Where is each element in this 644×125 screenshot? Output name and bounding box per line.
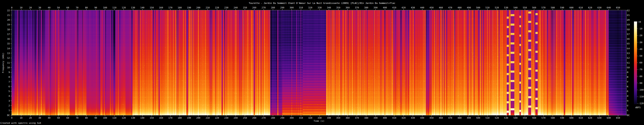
frequency-tick-label-left: 14 bbox=[1, 47, 10, 49]
time-tick-label-bottom: 220 bbox=[215, 117, 219, 119]
time-tick-label-top: 530 bbox=[504, 6, 508, 9]
time-tick-label-bottom: 250 bbox=[243, 117, 247, 119]
frequency-tick-label-left: 9 bbox=[1, 71, 10, 73]
frequency-tick-label-right: 9 bbox=[627, 71, 628, 73]
time-tick-label-bottom: 240 bbox=[234, 117, 238, 119]
time-tick-label-top: 90 bbox=[94, 6, 97, 9]
time-tick-label-bottom: 650 bbox=[616, 117, 620, 119]
time-tick-label-bottom: 560 bbox=[532, 117, 536, 119]
frequency-tick-label-left: 20 bbox=[1, 19, 10, 21]
time-tick-label-bottom: 570 bbox=[542, 117, 546, 119]
time-tick-label-top: 430 bbox=[411, 6, 415, 9]
time-tick-label-top: 630 bbox=[598, 6, 602, 9]
colorbar-tick bbox=[637, 22, 638, 22]
time-tick-label-bottom: 190 bbox=[187, 117, 191, 119]
time-tick-label-top: 420 bbox=[402, 6, 406, 9]
time-tick-label-top: 600 bbox=[570, 6, 574, 9]
time-tick-label-bottom: 500 bbox=[476, 117, 480, 119]
frequency-tick-label-right: 12 bbox=[627, 57, 630, 59]
time-tick-label-bottom: 590 bbox=[560, 117, 564, 119]
time-tick-label-top: 210 bbox=[206, 6, 210, 9]
time-tick-label-bottom: 180 bbox=[178, 117, 182, 119]
time-tick-label-bottom: 20 bbox=[29, 117, 32, 119]
time-tick-label-bottom: 470 bbox=[448, 117, 452, 119]
time-tick-label-top: 370 bbox=[355, 6, 359, 9]
time-tick-label-bottom: 640 bbox=[607, 117, 611, 119]
frequency-tick-label-right: 13 bbox=[627, 52, 630, 54]
frequency-tick-label-left: 15 bbox=[1, 43, 10, 45]
plot-frame bbox=[12, 10, 626, 115]
time-tick-label-top: 230 bbox=[224, 6, 228, 9]
time-tick-label-top: 320 bbox=[308, 6, 312, 9]
time-tick-label-top: 570 bbox=[542, 6, 546, 9]
colorbar-tick-label: -30 bbox=[638, 41, 642, 43]
time-tick-label-bottom: 430 bbox=[411, 117, 415, 119]
time-tick-label-top: 120 bbox=[122, 6, 126, 9]
time-tick-label-bottom: 120 bbox=[122, 117, 126, 119]
time-tick-label-bottom: 410 bbox=[392, 117, 396, 119]
time-tick-label-top: 450 bbox=[430, 6, 434, 9]
time-tick-label-top: 440 bbox=[420, 6, 424, 9]
time-tick-label-bottom: 350 bbox=[336, 117, 340, 119]
credit-text: Created with spectro using SoX bbox=[0, 122, 41, 125]
colorbar-tick bbox=[637, 63, 638, 63]
time-tick-label-bottom: 480 bbox=[458, 117, 462, 119]
time-tick-label-top: 160 bbox=[159, 6, 163, 9]
frequency-tick-label-right: 10 bbox=[627, 66, 630, 69]
time-tick-label-bottom: 170 bbox=[168, 117, 172, 119]
frequency-tick-label-left: 7 bbox=[1, 81, 10, 83]
frequency-tick-label-right: 4 bbox=[627, 95, 628, 97]
colorbar-gradient bbox=[634, 21, 637, 104]
time-tick-label-top: 550 bbox=[523, 6, 527, 9]
colorbar-tick-label: -80 bbox=[638, 75, 642, 77]
time-tick-label-bottom: 50 bbox=[57, 117, 60, 119]
time-tick-label-bottom: 580 bbox=[551, 117, 555, 119]
frequency-tick-label-right: 7 bbox=[627, 81, 628, 83]
time-tick-label-top: 100 bbox=[103, 6, 107, 9]
time-tick-label-top: 340 bbox=[327, 6, 331, 9]
time-tick-label-bottom: 70 bbox=[76, 117, 78, 119]
colorbar-tick-label: -60 bbox=[638, 62, 642, 64]
time-tick-label-bottom: 30 bbox=[38, 117, 41, 119]
frequency-tick-label-left: 2 bbox=[1, 104, 10, 107]
colorbar-tick bbox=[637, 76, 638, 76]
time-tick-label-top: 20 bbox=[29, 6, 32, 9]
time-tick-label-top: 140 bbox=[140, 6, 144, 9]
time-tick-label-top: 620 bbox=[588, 6, 592, 9]
colorbar-tick bbox=[637, 56, 638, 56]
time-tick-label-bottom: 210 bbox=[206, 117, 210, 119]
time-tick-label-bottom: 160 bbox=[159, 117, 163, 119]
time-tick-label-bottom: 290 bbox=[280, 117, 284, 119]
time-tick-label-top: 540 bbox=[514, 6, 518, 9]
time-axis-title: Time (s) bbox=[12, 120, 626, 122]
frequency-tick-label-left: 6 bbox=[1, 85, 10, 88]
spectrogram-image bbox=[12, 10, 626, 115]
time-tick-label-top: 580 bbox=[551, 6, 555, 9]
time-tick-label-top: 300 bbox=[290, 6, 294, 9]
frequency-tick-label-left: 1 bbox=[1, 109, 10, 112]
time-tick-label-bottom: 130 bbox=[131, 117, 135, 119]
time-tick-label-top: 110 bbox=[112, 6, 116, 9]
time-tick-label-bottom: 390 bbox=[374, 117, 378, 119]
colorbar-tick-label: -100 bbox=[638, 89, 644, 91]
time-tick-label-bottom: 360 bbox=[346, 117, 350, 119]
frequency-tick-label-left: 11 bbox=[1, 62, 10, 64]
time-tick-label-bottom: 610 bbox=[579, 117, 583, 119]
time-tick-label-bottom: 420 bbox=[402, 117, 406, 119]
time-tick-label-top: 130 bbox=[131, 6, 135, 9]
time-tick-label-top: 480 bbox=[458, 6, 462, 9]
time-tick-label-top: 80 bbox=[85, 6, 88, 9]
time-tick-label-top: 410 bbox=[392, 6, 396, 9]
frequency-tick-label-right: 1 bbox=[627, 109, 628, 112]
time-tick-label-top: 470 bbox=[448, 6, 452, 9]
frequency-tick-label-right: 21 bbox=[627, 14, 630, 16]
time-tick-label-bottom: 380 bbox=[364, 117, 368, 119]
frequency-tick-label-right: 5 bbox=[627, 90, 628, 93]
frequency-tick-label-right: 3 bbox=[627, 100, 628, 102]
time-tick-label-bottom: 330 bbox=[318, 117, 322, 119]
colorbar-tick bbox=[637, 83, 638, 83]
frequency-tick-label-right: 19 bbox=[627, 23, 630, 26]
time-tick-label-top: 350 bbox=[336, 6, 340, 9]
frequency-tick-label-left: 5 bbox=[1, 90, 10, 93]
colorbar-tick-label: -20 bbox=[638, 34, 642, 37]
